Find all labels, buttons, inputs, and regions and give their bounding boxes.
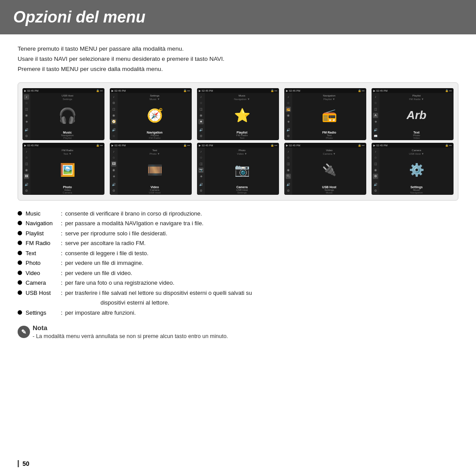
device-screen-3: ▶ 02:45 PM 🔒 ▪▪▪ ♪ ☆ ◫ ◉ ★ 🔊 ⚙	[197, 88, 279, 140]
intro-line2: Usare il tasto NAVI per selezionare il m…	[18, 54, 458, 64]
device-screen-7: ▶ 02:45 PM 🔒 ▪▪▪ ♪ ☆ 🎞 ◉ ◈ 🔊 ⚙	[110, 143, 192, 195]
bullet-playlist: Playlist : serve per riprodurre solo i f…	[18, 229, 458, 238]
bullet-settings: Settings : per impostare altre funzioni.	[18, 309, 458, 317]
intro-line3: Premere il tasto MENU per uscire dalla m…	[18, 64, 458, 74]
intro-text: Tenere premuto il tasto MENU per passare…	[18, 44, 458, 74]
page-header: Opzioni del menu	[0, 0, 476, 34]
bullet-navigation: Navigation : per passare a modalità NAVI…	[18, 219, 458, 228]
bullet-video: Video : per vedere un file di video.	[18, 269, 458, 278]
bullet-dot	[18, 271, 22, 275]
bullet-dot	[18, 231, 22, 235]
page-number: 50	[18, 460, 30, 467]
device-screen-10: ▶ 02:45 PM 🔒 ▪▪▪ ♪ ☆ ◫ ◉ ⚙ 🔊 ⚙	[372, 143, 454, 195]
screen-gallery: ▶ 02:45 PM 🔒 ▪▪▪ ♪ ☆ ◫ ◉ ◈ 🔊 ⚙	[18, 82, 458, 201]
device-screen-9: ▶ 02:45 PM 🔒 ▪▪▪ ♪ ☆ ◫ ◉ 🔌 🔊 ⚙	[284, 143, 366, 195]
bullet-text: Text : consente di leggere i file di tes…	[18, 249, 458, 258]
s1-last: Playlist	[63, 137, 71, 139]
screen-row-1: ▶ 02:45 PM 🔒 ▪▪▪ ♪ ☆ ◫ ◉ ◈ 🔊 ⚙	[22, 88, 454, 140]
nota-text: - La modalità menu verrà annullata se no…	[33, 333, 228, 339]
bullet-usbhost: USB Host : per trasferire i file salvati…	[18, 289, 458, 298]
bullet-dot	[18, 280, 22, 285]
bullet-fmradio: FM Radio : serve per ascoltare la radio …	[18, 239, 458, 248]
device-screen-8: ▶ 02:45 PM 🔒 ▪▪▪ ♪ ☆ ◫ 📷 ◈ 🔊 ⚙	[197, 143, 279, 195]
device-screen-4: ▶ 02:45 PM 🔒 ▪▪▪ ♪ ☆ 📻 ◉ ◈ 🔊 ⚙	[284, 88, 366, 140]
s1-main: Music	[63, 131, 72, 134]
bullet-dot	[18, 310, 22, 315]
nota-label: Nota	[33, 324, 226, 331]
svg-text:✎: ✎	[21, 328, 26, 335]
bullet-usbhost-indent: dispositivi esterni al lettore.	[100, 298, 458, 307]
nota-icon: ✎	[18, 326, 30, 338]
bullet-dot	[18, 290, 22, 295]
bullet-music: Music : consente di verificare il brano …	[18, 209, 458, 218]
device-screen-2: ▶ 02:45 PM 🔒 ▪▪▪ ♪ ⚙ ◫ ◉ 🧭 🔊 ☆	[110, 88, 192, 140]
bullet-dot	[18, 241, 22, 245]
nota-section: ✎ Nota - La modalità menu verrà annullat…	[18, 324, 458, 339]
page-title: Opzioni del menu	[13, 8, 145, 26]
screen-row-2: ▶ 02:45 PM 🔒 ▪▪▪ ♪ ☆ ◫ ◉ 🖼 🔊 ⚙	[22, 143, 454, 195]
device-screen-5: ▶ 02:45 PM 🔒 ▪▪▪ ♪ ☆ ◫ A ◈ 🔊 📖	[372, 88, 454, 140]
bullet-camera: Camera : per fare una foto o una registr…	[18, 279, 458, 287]
bullet-dot	[18, 211, 22, 216]
device-screen-1: ▶ 02:45 PM 🔒 ▪▪▪ ♪ ☆ ◫ ◉ ◈ 🔊 ⚙	[22, 88, 104, 140]
bullet-photo: Photo : per vedere un file di immagine.	[18, 259, 458, 268]
bullet-dot	[18, 251, 22, 255]
s1-top1: USB Host	[62, 94, 73, 97]
bullet-list: Music : consente di verificare il brano …	[18, 209, 458, 317]
page-content: Tenere premuto il tasto MENU per passare…	[0, 44, 476, 339]
intro-line1: Tenere premuto il tasto MENU per passare…	[18, 44, 458, 54]
device-screen-6: ▶ 02:45 PM 🔒 ▪▪▪ ♪ ☆ ◫ ◉ 🖼 🔊 ⚙	[22, 143, 104, 195]
bullet-dot	[18, 221, 22, 225]
bullet-dot	[18, 260, 22, 265]
